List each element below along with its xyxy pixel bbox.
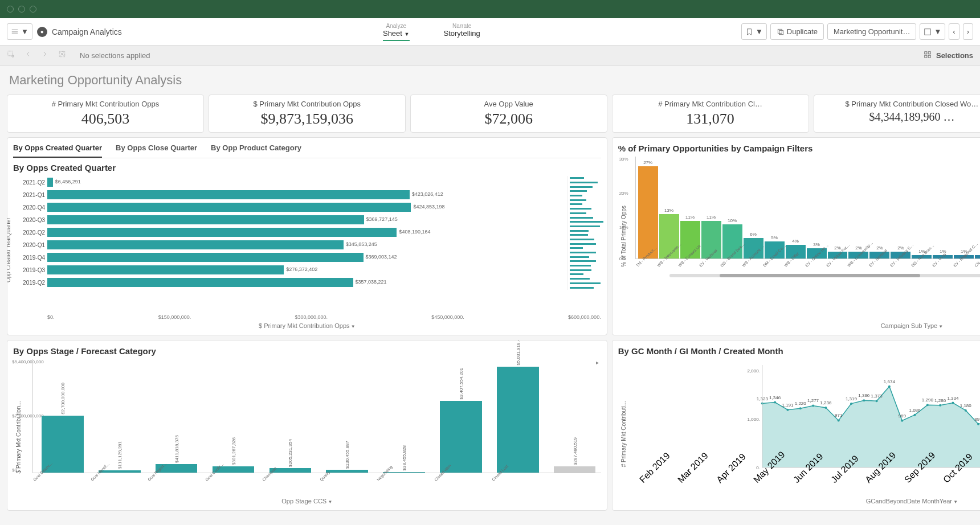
svg-text:1,346: 1,346 (769, 395, 781, 400)
bookmark-button[interactable]: ▼ (741, 23, 767, 40)
chart-tabs: By Opps Created QuarterBy Opps Close Qua… (13, 143, 601, 158)
tab-storytelling[interactable]: Narrate Storytelling (444, 23, 480, 41)
hbar[interactable] (47, 203, 411, 212)
stage-bar[interactable]: $287,480,519 (554, 466, 595, 473)
stage-category: Goal Discov… (32, 474, 42, 484)
svg-rect-6 (925, 52, 927, 54)
hbar-value: $6,456,291 (55, 179, 81, 184)
duplicate-button[interactable]: Duplicate (770, 23, 824, 40)
chart2-xlabel[interactable]: Campaign Sub Type (618, 320, 980, 329)
svg-point-20 (799, 407, 801, 409)
window-max-dot[interactable] (30, 6, 36, 13)
clear-selections-icon[interactable] (58, 50, 70, 61)
svg-rect-0 (779, 30, 783, 34)
vbar-value: 5% (771, 235, 778, 240)
hbar-value: $369,727,145 (366, 216, 398, 222)
svg-point-32 (875, 400, 877, 402)
selections-back-icon[interactable] (24, 50, 35, 61)
chart-tab[interactable]: By Opp Product Category (211, 143, 301, 158)
stage-category: Closed Won (434, 474, 443, 484)
svg-text:1,319: 1,319 (846, 396, 858, 401)
svg-text:1,220: 1,220 (794, 401, 806, 406)
top-toolbar: ▼ ● Campaign Analytics Analyze Sheet ▼ N… (0, 18, 980, 46)
vbar[interactable] (975, 255, 980, 259)
stage-category: Qualify (319, 474, 329, 484)
vbar-value: 3% (813, 242, 820, 247)
hbar[interactable] (47, 190, 410, 199)
next-button[interactable]: › (963, 23, 973, 40)
hbar[interactable] (47, 178, 53, 187)
chart4-xlabel[interactable]: GCandBeyondDate MonthYear (618, 495, 980, 505)
stage-bar[interactable]: $5,031,918,454 (497, 367, 538, 473)
kpi-label: $ Primary Mkt Contribution Opps (216, 100, 398, 108)
stage-value: $287,480,519 (571, 436, 578, 466)
svg-point-30 (863, 399, 865, 401)
stage-category (548, 474, 558, 484)
hbar[interactable] (47, 253, 364, 262)
vbar-category: DM - Email Ca… (762, 260, 772, 270)
hbar-category: 2019-Q2 (13, 280, 47, 286)
kpi-card[interactable]: $ Primary Mkt Contribution Opps$9,873,15… (209, 95, 406, 133)
svg-text:1,191: 1,191 (782, 403, 794, 408)
stage-value: $38,455,828 (401, 444, 408, 472)
selections-button[interactable]: Selections (936, 51, 973, 60)
hbar-value: $357,038,221 (356, 279, 387, 285)
svg-point-24 (824, 407, 827, 409)
app-icon: ● (37, 27, 47, 37)
vbar-category: EV - Industry S… (889, 260, 899, 270)
mini-chart (567, 176, 601, 290)
chart-pct-campaign[interactable]: % of Primary Opportunities by Campaign F… (612, 137, 980, 335)
vbar-value: 11% (685, 215, 695, 220)
tab-sheet[interactable]: Analyze Sheet ▼ (383, 23, 410, 41)
prev-button[interactable]: ‹ (949, 23, 959, 40)
svg-point-18 (786, 409, 789, 411)
chart-tab[interactable]: By Opps Created Quarter (13, 143, 102, 158)
svg-point-4 (12, 55, 14, 57)
stage-category: Goal Identif… (90, 474, 100, 484)
stage-bar[interactable]: $3,407,554,201 (440, 401, 481, 473)
svg-text:971: 971 (835, 413, 843, 418)
chart-by-month[interactable]: By GC Month / GI Month / Created Month ▸… (612, 340, 980, 511)
chart-tab[interactable]: By Opps Close Quarter (116, 143, 197, 158)
vbar-category: WB - Contact Us (677, 260, 687, 270)
stage-bar[interactable]: $38,455,828 (383, 472, 424, 473)
stage-bar[interactable]: $111,129,281 (99, 470, 140, 473)
svg-point-44 (952, 402, 954, 404)
kpi-card[interactable]: $ Primary Mkt Contribution Closed Wo…$4,… (814, 95, 981, 133)
vbar-category: EV - VYW (932, 260, 941, 270)
svg-text:1,334: 1,334 (947, 396, 959, 401)
chart-by-opps-created-quarter[interactable]: By Opps Created QuarterBy Opps Close Qua… (7, 137, 607, 335)
chart1-title: By Opps Created Quarter (13, 163, 601, 173)
chart2-scrollbar[interactable] (669, 274, 980, 277)
hbar[interactable] (47, 215, 364, 224)
hbar[interactable] (47, 228, 397, 237)
stage-category: Goal Confir… (205, 474, 214, 484)
hbar[interactable] (47, 278, 353, 287)
window-close-dot[interactable] (7, 6, 14, 13)
kpi-card[interactable]: Ave Opp Value$72,006 (410, 95, 607, 133)
hbar-value: $276,372,402 (286, 266, 317, 272)
stage-value: $411,818,375 (173, 434, 180, 464)
kpi-card[interactable]: # Primary Mkt Contribution Cl…131,070 (612, 95, 809, 133)
chart2-title: % of Primary Opportunities by Campaign F… (618, 143, 980, 153)
chart3-xlabel[interactable]: Opp Stage CCS (13, 495, 601, 505)
kpi-value: $4,344,189,960 … (821, 110, 981, 124)
vbar[interactable] (638, 166, 658, 259)
menu-button[interactable]: ▼ (7, 23, 32, 40)
svg-point-46 (964, 409, 966, 412)
selections-forward-icon[interactable] (41, 50, 52, 61)
kpi-card[interactable]: # Primary Mkt Contribution Opps406,503 (7, 95, 204, 133)
svg-point-34 (888, 385, 891, 388)
hbar[interactable] (47, 265, 284, 274)
chart1-xlabel[interactable]: $ Primary Mkt Contribution Opps (13, 320, 601, 329)
sheet-title-dropdown[interactable]: Marketing Opportunit… (827, 23, 916, 40)
hbar[interactable] (47, 240, 344, 249)
sheet-icon-button[interactable]: ▼ (920, 23, 945, 40)
smart-search-icon[interactable] (7, 50, 18, 61)
window-min-dot[interactable] (18, 6, 25, 13)
svg-text:1,373: 1,373 (871, 393, 883, 399)
stage-bar[interactable]: $130,455,887 (326, 470, 368, 473)
kpi-value: $9,873,159,036 (216, 110, 398, 128)
selections-tool-icon[interactable] (924, 51, 932, 60)
chart-by-stage[interactable]: By Opps Stage / Forecast Category ▸ $ Pr… (7, 340, 607, 511)
